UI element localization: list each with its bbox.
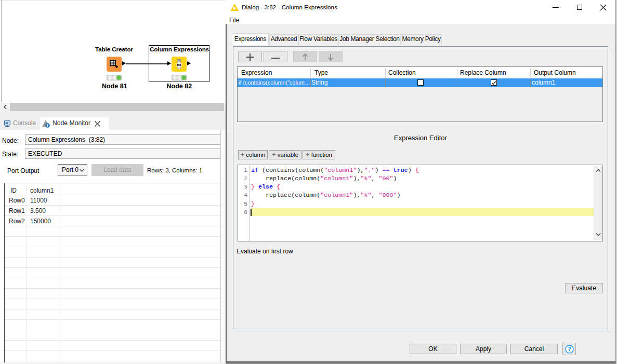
svg-text:ex: ex	[177, 62, 181, 67]
svg-text:?: ?	[568, 346, 571, 352]
